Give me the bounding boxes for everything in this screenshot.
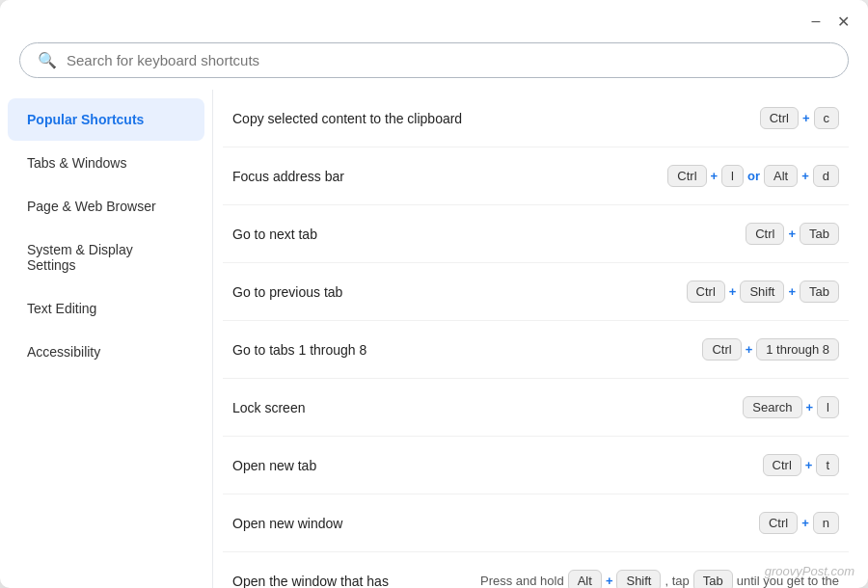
- key-badge: Shift: [740, 281, 784, 303]
- shortcut-row: Go to previous tabCtrl+Shift+Tab: [223, 263, 849, 321]
- shortcut-description: Go to next tab: [232, 227, 746, 242]
- key-badge: d: [813, 165, 839, 187]
- key-badge: 1 through 8: [756, 338, 839, 361]
- plus-sign: +: [801, 169, 809, 183]
- titlebar: – ✕: [0, 0, 868, 39]
- key-badge: Shift: [616, 570, 661, 588]
- minimize-button[interactable]: –: [802, 8, 829, 35]
- sidebar-item-text-editing[interactable]: Text Editing: [8, 287, 204, 330]
- key-badge: Ctrl: [702, 338, 741, 361]
- key-badge: l: [721, 165, 744, 187]
- plus-sign: +: [802, 111, 810, 125]
- key-text: Press and hold: [480, 574, 564, 588]
- key-badge: Alt: [764, 165, 798, 187]
- search-area: 🔍: [0, 39, 868, 90]
- close-button[interactable]: ✕: [829, 8, 856, 35]
- shortcut-keys: Ctrl+Tab: [746, 223, 839, 245]
- shortcut-row: Copy selected content to the clipboardCt…: [223, 90, 849, 147]
- key-badge: c: [814, 107, 840, 129]
- shortcut-keys: Ctrl+t: [763, 454, 839, 476]
- plus-sign: +: [606, 574, 613, 588]
- shortcut-keys: Ctrl+lorAlt+d: [667, 165, 839, 187]
- plus-sign: +: [711, 169, 719, 183]
- search-input[interactable]: [67, 52, 830, 68]
- shortcut-row: Open new windowCtrl+n: [223, 494, 849, 552]
- plus-sign: +: [788, 227, 796, 241]
- key-badge: Ctrl: [763, 454, 801, 476]
- shortcut-row: Focus address barCtrl+lorAlt+d: [223, 147, 849, 205]
- sidebar-item-system-display[interactable]: System & Display Settings: [8, 228, 204, 286]
- key-badge: Tab: [693, 570, 733, 588]
- shortcut-description: Open the window that has: [232, 574, 475, 589]
- shortcut-description: Copy selected content to the clipboard: [232, 111, 760, 126]
- key-badge: l: [817, 396, 839, 418]
- shortcut-row-last: Open the window that hasPress and holdAl…: [223, 552, 849, 588]
- shortcut-keys: Ctrl+Shift+Tab: [687, 281, 839, 303]
- shortcut-row: Open new tabCtrl+t: [223, 437, 849, 494]
- plus-sign: +: [805, 458, 813, 472]
- plus-sign: +: [729, 284, 737, 299]
- key-badge: Ctrl: [760, 107, 799, 129]
- shortcut-description: Open new window: [232, 516, 759, 531]
- sidebar-item-tabs-windows[interactable]: Tabs & Windows: [8, 142, 204, 184]
- search-bar[interactable]: 🔍: [19, 42, 849, 78]
- shortcut-description: Go to tabs 1 through 8: [232, 342, 702, 358]
- plus-sign: +: [801, 516, 809, 530]
- comma-tap: , tap: [665, 574, 689, 588]
- or-text: or: [747, 169, 760, 183]
- plus-sign: +: [806, 400, 814, 414]
- key-badge: Ctrl: [687, 281, 725, 303]
- sidebar-item-accessibility[interactable]: Accessibility: [8, 331, 204, 373]
- shortcut-description: Focus address bar: [232, 169, 667, 184]
- watermark: groovyPost.com: [765, 564, 854, 578]
- shortcut-row: Go to next tabCtrl+Tab: [223, 205, 849, 263]
- key-badge: Alt: [568, 570, 602, 588]
- shortcut-keys: Ctrl+1 through 8: [702, 338, 839, 361]
- shortcut-keys: Ctrl+n: [759, 512, 839, 534]
- search-icon: 🔍: [38, 51, 57, 69]
- shortcut-keys: Search+l: [743, 396, 839, 418]
- keyboard-shortcuts-window: – ✕ 🔍 Popular Shortcuts Tabs & Windows P…: [0, 0, 868, 588]
- sidebar-item-page-web-browser[interactable]: Page & Web Browser: [8, 185, 204, 227]
- key-badge: Ctrl: [759, 512, 798, 534]
- sidebar: Popular Shortcuts Tabs & Windows Page & …: [0, 90, 212, 588]
- shortcut-description: Go to previous tab: [232, 284, 687, 300]
- key-badge: Ctrl: [746, 223, 784, 245]
- key-badge: Ctrl: [667, 165, 706, 187]
- plus-sign: +: [788, 284, 796, 299]
- shortcut-description: Lock screen: [232, 400, 743, 415]
- shortcut-row: Lock screenSearch+l: [223, 379, 849, 437]
- key-badge: Search: [743, 396, 801, 418]
- key-badge: Tab: [800, 281, 839, 303]
- key-badge: n: [813, 512, 839, 534]
- key-badge: Tab: [800, 223, 839, 245]
- shortcut-list: Copy selected content to the clipboardCt…: [212, 90, 868, 588]
- main-content: Popular Shortcuts Tabs & Windows Page & …: [0, 90, 868, 588]
- shortcut-description: Open new tab: [232, 458, 763, 473]
- shortcut-keys: Ctrl+c: [760, 107, 839, 129]
- key-badge: t: [816, 454, 839, 476]
- shortcut-row: Go to tabs 1 through 8Ctrl+1 through 8: [223, 321, 849, 379]
- plus-sign: +: [746, 342, 753, 357]
- sidebar-item-popular-shortcuts[interactable]: Popular Shortcuts: [8, 98, 204, 141]
